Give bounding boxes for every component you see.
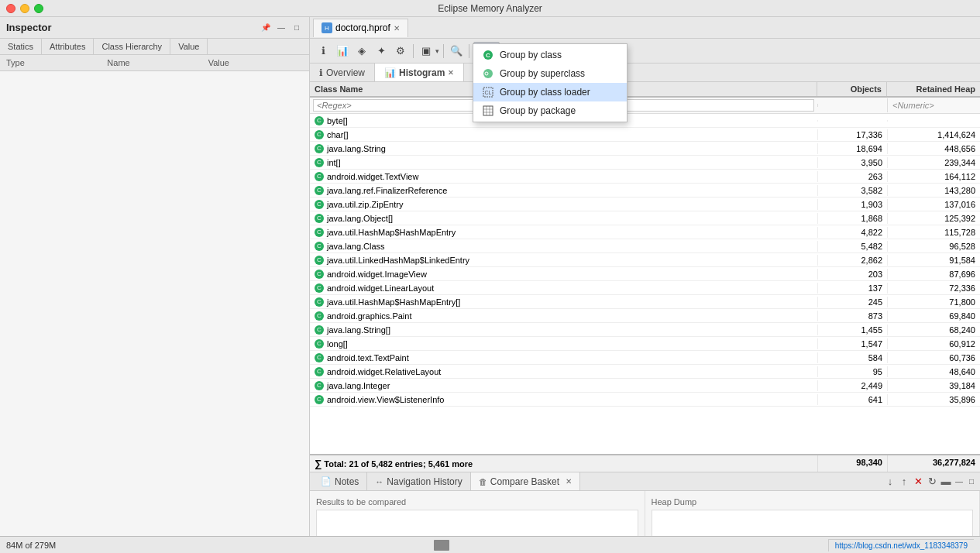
panel-min-ctrl[interactable]: — [954, 476, 965, 487]
table-row[interactable]: Cjava.util.HashMap$HashMapEntry[]24571,8… [310, 295, 980, 309]
table-row[interactable]: Clong[]1,54760,912 [310, 337, 980, 351]
inspector-title-actions: 📌 — □ [260, 22, 303, 34]
tab-nav-history[interactable]: ↔ Navigation History [367, 472, 470, 490]
cell-objects: 5,482 [817, 241, 887, 252]
table-row[interactable]: Cchar[]17,3361,414,624 [310, 128, 980, 142]
menu-group-by-class[interactable]: C Group by class [473, 46, 627, 64]
inspector-min-btn[interactable]: — [275, 22, 287, 34]
menu-group-by-package[interactable]: Group by package [473, 101, 627, 120]
menu-group-by-classloader[interactable]: CL Group by class loader [473, 83, 627, 101]
cell-class: Cjava.lang.Class [310, 241, 817, 252]
inspector-content [0, 71, 309, 553]
cell-heap: 143,280 [887, 185, 980, 196]
table-row[interactable]: Cint[]3,950239,344 [310, 156, 980, 170]
class-icon: C [315, 214, 324, 223]
class-icon: C [315, 172, 324, 181]
tab-notes[interactable]: 📄 Notes [313, 472, 367, 490]
inspector-tabs: Statics Attributes Class Hierarchy Value [0, 39, 309, 55]
toolbar-sep2 [443, 44, 444, 58]
toolbar-filter-dropdown[interactable]: ▣ ▾ [418, 43, 439, 60]
class-label: android.text.TextPaint [327, 353, 409, 362]
cell-class: Cint[] [310, 157, 817, 168]
table-row[interactable]: Candroid.text.TextPaint58460,736 [310, 351, 980, 365]
toolbar-search-btn[interactable]: 🔍 [448, 43, 465, 60]
filter-dropdown-arrow[interactable]: ▾ [435, 47, 439, 55]
cell-class: Candroid.view.View$ListenerInfo [310, 394, 817, 405]
basket-icon: 🗑 [479, 477, 487, 486]
table-row[interactable]: Cbyte[] [310, 114, 980, 128]
table-row[interactable]: Cjava.util.HashMap$HashMapEntry4,822115,… [310, 225, 980, 239]
action-up-btn[interactable]: ↑ [898, 476, 910, 488]
cell-objects: 873 [817, 311, 887, 321]
class-icon: C [315, 130, 324, 139]
file-tab-close[interactable]: ✕ [394, 24, 400, 33]
table-row[interactable]: Cjava.lang.ref.FinalizerReference3,58214… [310, 184, 980, 198]
inspector-title-bar: Inspector 📌 — □ [0, 17, 309, 39]
col-name: Name [104, 57, 205, 69]
action-clear-btn[interactable]: ✕ [912, 476, 924, 488]
minimize-button[interactable] [20, 4, 29, 13]
cell-class: Cjava.lang.Object[] [310, 213, 817, 224]
table-row[interactable]: Cjava.lang.Object[]1,868125,392 [310, 211, 980, 225]
memory-status: 84M of 279M [6, 541, 56, 550]
action-refresh-btn[interactable]: ↻ [926, 476, 938, 488]
traffic-lights[interactable] [6, 4, 43, 13]
maximize-button[interactable] [34, 4, 43, 13]
table-row[interactable]: Cjava.util.LinkedHashMap$LinkedEntry2,86… [310, 253, 980, 267]
class-label: int[] [327, 158, 341, 167]
toolbar-filter-btn[interactable]: ▣ [418, 43, 435, 60]
toolbar-class-btn[interactable]: ◈ [353, 43, 370, 60]
table-row[interactable]: Candroid.widget.RelativeLayout9548,640 [310, 365, 980, 379]
tab-value[interactable]: Value [170, 39, 208, 54]
histogram-body: Cbyte[]Cchar[]17,3361,414,624Cjava.lang.… [310, 114, 980, 454]
class-icon: C [315, 228, 324, 237]
table-row[interactable]: Cjava.lang.Class5,48296,528 [310, 239, 980, 253]
table-row[interactable]: Candroid.widget.LinearLayout13772,336 [310, 281, 980, 295]
total-objects: 98,340 [817, 455, 887, 472]
table-row[interactable]: Candroid.widget.ImageView20387,696 [310, 267, 980, 281]
close-button[interactable] [6, 4, 15, 13]
file-tab-bar: H doctorq.hprof ✕ [310, 17, 980, 39]
menu-group-by-superclass[interactable]: Group by superclass [473, 64, 627, 83]
tab-compare-basket[interactable]: 🗑 Compare Basket ✕ [471, 472, 580, 490]
class-label: android.widget.ImageView [327, 270, 427, 279]
class-icon: C [315, 144, 324, 153]
toolbar-chart-btn[interactable]: 📊 [334, 43, 351, 60]
toolbar-info-btn[interactable]: ℹ [315, 43, 332, 60]
tab-histogram[interactable]: 📊 Histogram ✕ [375, 64, 464, 81]
basket-close[interactable]: ✕ [566, 477, 572, 486]
cell-objects: 1,455 [817, 325, 887, 335]
cell-class: Candroid.widget.RelativeLayout [310, 366, 817, 377]
nav-icon: ↔ [375, 477, 383, 486]
tab-class-hierarchy[interactable]: Class Hierarchy [94, 39, 170, 54]
toolbar-sep3 [469, 44, 469, 58]
file-tab-doctorq[interactable]: H doctorq.hprof ✕ [313, 19, 408, 37]
tab-attributes[interactable]: Attributes [42, 39, 94, 54]
cell-heap: 1,414,624 [887, 129, 980, 140]
cell-heap: 60,912 [887, 338, 980, 349]
table-row[interactable]: Cjava.lang.String[]1,45568,240 [310, 323, 980, 337]
class-label: java.lang.String [327, 144, 386, 153]
toolbar-action-btn[interactable]: ⚙ [392, 43, 409, 60]
table-row[interactable]: Cjava.lang.Integer2,44939,184 [310, 379, 980, 393]
table-row[interactable]: Candroid.widget.TextView263164,112 [310, 170, 980, 184]
action-bar-btn[interactable]: ▬ [940, 476, 952, 488]
inspector-max-btn[interactable]: □ [291, 22, 303, 34]
action-down-btn[interactable]: ↓ [884, 476, 896, 488]
cell-heap: 91,584 [887, 255, 980, 266]
cell-heap: 239,344 [887, 157, 980, 168]
histogram-close[interactable]: ✕ [448, 69, 454, 77]
menu-group-superclass-label: Group by superclass [500, 68, 585, 79]
tab-overview[interactable]: ℹ Overview [310, 64, 375, 81]
tab-statics[interactable]: Statics [0, 39, 42, 54]
table-row[interactable]: Candroid.graphics.Paint87369,840 [310, 309, 980, 323]
table-row[interactable]: Candroid.view.View$ListenerInfo64135,896 [310, 393, 980, 407]
table-row[interactable]: Cjava.util.zip.ZipEntry1,903137,016 [310, 198, 980, 211]
panel-max-ctrl[interactable]: □ [966, 476, 977, 487]
cell-objects: 2,862 [817, 255, 887, 266]
col-objects: Objects [817, 82, 887, 96]
cell-heap: 115,728 [887, 227, 980, 238]
inspector-pin-btn[interactable]: 📌 [260, 22, 272, 34]
toolbar-xml-btn[interactable]: ✦ [373, 43, 390, 60]
table-row[interactable]: Cjava.lang.String18,694448,656 [310, 142, 980, 156]
